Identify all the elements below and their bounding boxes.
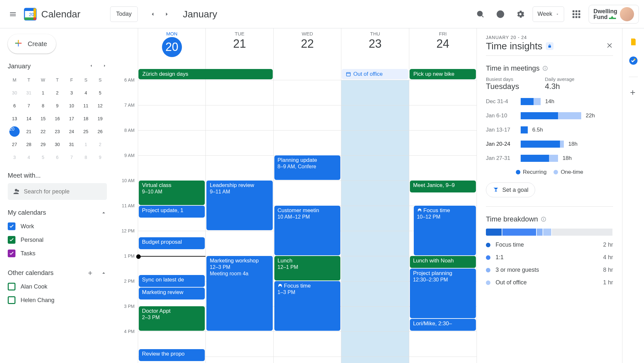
- mini-day[interactable]: 6: [8, 100, 21, 112]
- mini-day[interactable]: 27: [8, 138, 21, 151]
- calendar-event[interactable]: Meet Janice, 9–9: [410, 181, 476, 192]
- collapse-icon[interactable]: [100, 270, 107, 276]
- mini-day[interactable]: 6: [51, 151, 64, 163]
- mini-day[interactable]: 30: [51, 138, 64, 151]
- mini-day[interactable]: 17: [65, 113, 78, 125]
- calendar-event[interactable]: Focus time10–12 PM: [414, 206, 476, 255]
- google-apps-icon[interactable]: [569, 6, 584, 22]
- calendar-item[interactable]: Work: [8, 220, 107, 233]
- mini-day[interactable]: 31: [22, 87, 35, 99]
- day-column[interactable]: Virtual class9–10 AMProject update, 1Bud…: [138, 80, 205, 363]
- checkbox[interactable]: [8, 222, 15, 230]
- mini-day[interactable]: 24: [65, 125, 78, 138]
- search-people-field[interactable]: [8, 183, 107, 200]
- mini-day[interactable]: 7: [22, 100, 35, 112]
- next-week-button[interactable]: [160, 7, 174, 21]
- mini-day[interactable]: 8: [36, 100, 50, 112]
- search-icon[interactable]: [473, 6, 488, 22]
- calendar-event[interactable]: Virtual class9–10 AM: [139, 181, 205, 205]
- calendar-event[interactable]: Lunch12–1 PM: [274, 256, 340, 280]
- mini-day[interactable]: 25: [79, 125, 92, 138]
- hamburger-icon[interactable]: [5, 6, 21, 22]
- calendar-event[interactable]: Project planning12:30–2:30 PM: [410, 269, 476, 318]
- mini-day[interactable]: 13: [8, 113, 21, 125]
- settings-gear-icon[interactable]: [513, 6, 528, 22]
- allday-event[interactable]: Pick up new bike: [410, 69, 476, 79]
- calendar-event[interactable]: Marketing review: [139, 288, 205, 299]
- mini-day[interactable]: 22: [36, 125, 50, 138]
- create-button[interactable]: Create: [8, 34, 56, 54]
- info-icon[interactable]: [542, 65, 548, 71]
- tasks-icon[interactable]: [629, 56, 638, 65]
- search-people-input[interactable]: [24, 188, 102, 195]
- day-column[interactable]: Meet Janice, 9–9Focus time10–12 PMLunch …: [409, 80, 477, 363]
- calendar-event[interactable]: Sync on latest de: [139, 275, 205, 287]
- mini-day[interactable]: 20: [8, 125, 21, 138]
- avatar[interactable]: [620, 7, 634, 21]
- mini-day[interactable]: 2: [51, 87, 64, 99]
- mini-prev-month[interactable]: [89, 64, 93, 69]
- mini-day[interactable]: 10: [65, 100, 78, 112]
- calendar-event[interactable]: Focus time1–3 PM: [274, 281, 340, 331]
- mini-day[interactable]: 4: [79, 87, 92, 99]
- mini-day[interactable]: 21: [22, 125, 35, 138]
- keep-icon[interactable]: [629, 37, 638, 46]
- mini-day[interactable]: 23: [51, 125, 64, 138]
- mini-day[interactable]: 15: [36, 113, 50, 125]
- calendar-event[interactable]: Planning update8–9 AM, Confere: [274, 155, 340, 180]
- mini-day[interactable]: 29: [36, 138, 50, 151]
- checkbox[interactable]: [8, 236, 15, 244]
- mini-day[interactable]: 1: [79, 138, 92, 151]
- add-addon-icon[interactable]: [629, 89, 638, 98]
- calendar-event[interactable]: Doctor Appt2–3 PM: [139, 306, 205, 331]
- checkbox[interactable]: [8, 250, 15, 257]
- collapse-icon[interactable]: [100, 210, 107, 216]
- mini-day[interactable]: 1: [36, 87, 50, 99]
- prev-week-button[interactable]: [146, 7, 160, 21]
- mini-day[interactable]: 11: [79, 100, 92, 112]
- calendar-event[interactable]: Budget proposal: [139, 237, 205, 249]
- calendar-event[interactable]: Leadership review9–11 AM: [206, 181, 272, 230]
- day-column[interactable]: [341, 80, 409, 363]
- mini-day[interactable]: 31: [65, 138, 78, 151]
- checkbox[interactable]: [8, 283, 15, 290]
- calendar-item[interactable]: Alan Cook: [8, 280, 107, 293]
- mini-day[interactable]: 8: [79, 151, 92, 163]
- mini-day[interactable]: 16: [51, 113, 64, 125]
- checkbox[interactable]: [8, 296, 15, 304]
- allday-event[interactable]: Out of office: [342, 69, 408, 79]
- mini-next-month[interactable]: [102, 64, 107, 69]
- calendar-event[interactable]: Review the propo: [139, 349, 205, 361]
- calendar-item[interactable]: Helen Chang: [8, 293, 107, 307]
- set-goal-button[interactable]: Set a goal: [486, 182, 535, 197]
- mini-day[interactable]: 7: [65, 151, 78, 163]
- mini-day[interactable]: 12: [93, 100, 107, 112]
- org-account-pill[interactable]: Dwelling Fund: [589, 5, 639, 24]
- mini-day[interactable]: 9: [51, 100, 64, 112]
- view-selector[interactable]: Week: [533, 6, 564, 22]
- close-icon[interactable]: [606, 42, 613, 50]
- calendar-item[interactable]: Personal: [8, 233, 107, 247]
- calendar-event[interactable]: Lunch with Noah: [410, 256, 476, 268]
- mini-day[interactable]: 18: [79, 113, 92, 125]
- mini-day[interactable]: 3: [65, 87, 78, 99]
- add-calendar-icon[interactable]: [87, 270, 93, 276]
- help-icon[interactable]: [493, 6, 508, 22]
- day-column[interactable]: Planning update8–9 AM, ConfereCustomer m…: [273, 80, 341, 363]
- info-icon[interactable]: [541, 216, 546, 222]
- mini-day[interactable]: 5: [93, 87, 107, 99]
- mini-day[interactable]: 30: [8, 87, 21, 99]
- mini-day[interactable]: 28: [22, 138, 35, 151]
- calendar-event[interactable]: Marketing workshop12–3 PMMeeting room 4a: [206, 256, 272, 331]
- mini-day[interactable]: 2: [93, 138, 107, 151]
- calendar-event[interactable]: Lori/Mike, 2:30–: [410, 319, 476, 331]
- calendar-event[interactable]: Project update, 1: [139, 206, 205, 218]
- mini-day[interactable]: 26: [93, 125, 107, 138]
- mini-day[interactable]: 19: [93, 113, 107, 125]
- calendar-event[interactable]: Customer meetin10 AM–12 PM: [274, 206, 340, 255]
- mini-day[interactable]: 14: [22, 113, 35, 125]
- mini-day[interactable]: 3: [8, 151, 21, 163]
- mini-day[interactable]: 4: [22, 151, 35, 163]
- day-column[interactable]: Leadership review9–11 AMMarketing worksh…: [205, 80, 273, 363]
- mini-day[interactable]: 9: [93, 151, 107, 163]
